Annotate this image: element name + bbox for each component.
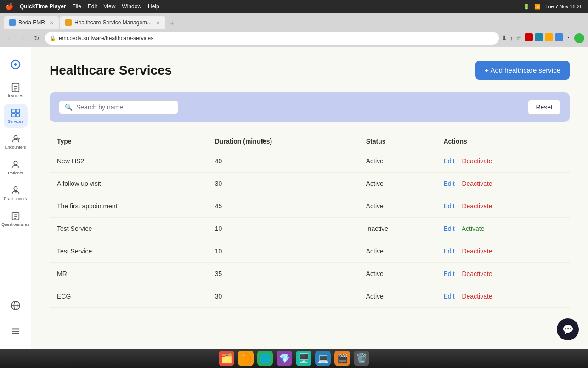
sidebar-item-practitioners[interactable]: Practitioners — [4, 181, 28, 205]
reload-button[interactable]: ↻ — [31, 33, 42, 44]
cell-actions-2: Edit Deactivate — [436, 195, 570, 218]
col-duration: Duration (minutes) — [208, 133, 359, 150]
search-input[interactable] — [76, 104, 172, 111]
svg-rect-3 — [12, 83, 19, 92]
globe-icon — [11, 300, 21, 310]
edit-button-6[interactable]: Edit — [443, 293, 454, 300]
address-text: emr.beda.software/healthcare-services — [59, 35, 153, 41]
download-icon[interactable]: ⬇ — [502, 34, 507, 42]
col-type: Type — [50, 133, 208, 150]
questionnaires-label: Questionnaires — [1, 222, 29, 227]
app-container: Invoices Services Encounters — [0, 47, 588, 349]
share-icon[interactable]: ↑ — [510, 34, 513, 42]
dock-quicktime[interactable]: 🎬 — [334, 351, 350, 366]
cell-status-5: Active — [359, 263, 436, 285]
edit-button-0[interactable]: Edit — [443, 157, 454, 165]
cell-duration-4: 10 — [208, 240, 359, 263]
table-row: New HS2 40 Active Edit Deactivate — [50, 150, 570, 172]
tab-hs-label: Healthcare Service Managem... — [74, 19, 152, 26]
edit-button-2[interactable]: Edit — [443, 202, 454, 210]
menu-view[interactable]: View — [104, 3, 116, 10]
edit-button-3[interactable]: Edit — [443, 225, 454, 232]
sidebar-item-invoices[interactable]: Invoices — [4, 78, 28, 102]
dock-launchpad[interactable]: 🟠 — [238, 351, 254, 366]
datetime: Tue 7 Nov 16:28 — [545, 4, 582, 9]
menu-window[interactable]: Window — [122, 3, 141, 10]
tab-beda[interactable]: Beda EMR ✕ — [4, 16, 59, 29]
chat-button[interactable]: 💬 — [557, 318, 579, 340]
tab-beda-close[interactable]: ✕ — [50, 20, 53, 25]
dock-terminal[interactable]: 🖥️ — [296, 351, 311, 366]
ext-icon-1 — [525, 33, 533, 41]
sidebar-item-services[interactable]: Services — [4, 104, 28, 128]
action-button-0[interactable]: Deactivate — [462, 157, 492, 165]
action-button-3[interactable]: Activate — [462, 225, 485, 232]
cell-status-4: Active — [359, 240, 436, 263]
action-button-2[interactable]: Deactivate — [462, 202, 492, 210]
search-input-wrapper[interactable]: 🔍 — [59, 100, 178, 114]
action-button-5[interactable]: Deactivate — [462, 270, 492, 277]
services-icon — [11, 108, 21, 118]
tab-beda-favicon — [9, 19, 16, 26]
action-button-1[interactable]: Deactivate — [462, 180, 492, 187]
menu-file[interactable]: File — [73, 3, 81, 10]
extensions-btn[interactable]: ⋮ — [565, 33, 572, 43]
dock-finder[interactable]: 🗂️ — [219, 351, 234, 366]
table-row: Test Service 10 Inactive Edit Activate — [50, 218, 570, 240]
sidebar-item-menu[interactable] — [4, 319, 28, 343]
svg-point-13 — [14, 187, 17, 190]
cell-duration-6: 30 — [208, 285, 359, 308]
dock-chrome[interactable]: 🌐 — [257, 351, 273, 366]
services-label: Services — [7, 119, 23, 124]
svg-point-12 — [14, 161, 17, 165]
tab-beda-label: Beda EMR — [18, 19, 45, 26]
cell-type-2: The first appointment — [50, 195, 208, 218]
sidebar-item-questionnaires[interactable]: Questionnaires — [4, 207, 28, 231]
forward-button[interactable]: › — [17, 33, 28, 44]
dock-trash[interactable]: 🗑️ — [354, 351, 369, 366]
edit-button-5[interactable]: Edit — [443, 270, 454, 277]
new-tab-button[interactable]: + — [166, 17, 178, 29]
dock-vscode[interactable]: 💻 — [315, 351, 331, 366]
table-row: The first appointment 45 Active Edit Dea… — [50, 195, 570, 218]
cell-status-2: Active — [359, 195, 436, 218]
tab-hs-close[interactable]: ✕ — [156, 20, 160, 25]
reset-button[interactable]: Reset — [528, 100, 560, 115]
table-row: MRI 35 Active Edit Deactivate — [50, 263, 570, 285]
cell-type-1: A follow up visit — [50, 172, 208, 195]
bookmark-icon[interactable]: ☆ — [516, 34, 522, 42]
edit-button-4[interactable]: Edit — [443, 247, 454, 255]
action-button-4[interactable]: Deactivate — [462, 247, 492, 255]
cell-actions-5: Edit Deactivate — [436, 263, 570, 285]
cell-type-5: MRI — [50, 263, 208, 285]
tab-hs[interactable]: Healthcare Service Managem... ✕ — [60, 16, 165, 29]
encounters-icon — [11, 134, 21, 144]
search-icon: 🔍 — [65, 104, 73, 111]
svg-rect-9 — [11, 114, 15, 117]
address-bar[interactable]: 🔒 emr.beda.software/healthcare-services — [45, 32, 499, 45]
svg-rect-14 — [15, 190, 17, 192]
action-button-6[interactable]: Deactivate — [462, 293, 492, 300]
sidebar-item-globe[interactable] — [4, 293, 28, 317]
svg-point-11 — [14, 136, 17, 139]
table-row: A follow up visit 30 Active Edit Deactiv… — [50, 172, 570, 195]
menu-help[interactable]: Help — [148, 3, 159, 10]
battery-icon: 🔋 — [523, 4, 530, 10]
table-header: Type Duration (minutes) Status Actions — [50, 133, 570, 150]
profile-avatar[interactable] — [574, 33, 584, 43]
cell-status-0: Active — [359, 150, 436, 172]
dock-obsidian[interactable]: 💎 — [277, 351, 292, 366]
add-healthcare-service-button[interactable]: + Add healthcare service — [475, 61, 570, 80]
menu-edit[interactable]: Edit — [88, 3, 97, 10]
cell-duration-3: 10 — [208, 218, 359, 240]
lock-icon: 🔒 — [50, 35, 56, 41]
practitioners-label: Practitioners — [4, 196, 27, 201]
back-button[interactable]: ‹ — [4, 33, 15, 44]
edit-button-1[interactable]: Edit — [443, 180, 454, 187]
search-container: 🔍 Reset — [50, 92, 570, 122]
svg-rect-8 — [16, 109, 19, 113]
sidebar-item-encounters[interactable]: Encounters — [4, 130, 28, 154]
page-header: Healthcare Services + Add healthcare ser… — [50, 61, 570, 80]
sidebar-item-patients[interactable]: Patients — [4, 155, 28, 179]
sidebar-item-logo[interactable] — [4, 52, 28, 76]
